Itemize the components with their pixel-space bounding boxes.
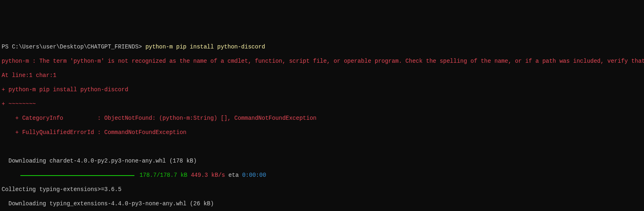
download-typing: Downloading typing_extensions-4.4.0-py3-… (2, 200, 642, 208)
download-chardet: Downloading chardet-4.0.0-py2.py3-none-a… (2, 158, 642, 165)
ps-prompt: PS C:\Users\user\Desktop\CHATGPT_FRIENDS… (2, 44, 142, 50)
eta-label: eta (225, 172, 242, 179)
entered-command: python-m pip install python-discord (145, 44, 265, 50)
progress-speed: 449.3 kB/s (187, 172, 225, 179)
collect-typing: Collecting typing-extensions>=3.6.5 (2, 186, 642, 193)
progress-chardet: 178.7/178.7 kB 449.3 kB/s eta 0:00:00 (2, 172, 642, 179)
error-fq-id: + FullyQualifiedErrorId : CommandNotFoun… (2, 129, 642, 136)
terminal-output[interactable]: PS C:\Users\user\Desktop\CHATGPT_FRIENDS… (0, 36, 644, 211)
prompt-line: PS C:\Users\user\Desktop\CHATGPT_FRIENDS… (2, 44, 642, 51)
blank-line (2, 143, 642, 151)
progress-bar (20, 175, 134, 176)
error-at-line: At line:1 char:1 (2, 72, 642, 79)
error-category-info: + CategoryInfo : ObjectNotFound: (python… (2, 115, 642, 122)
error-message: python-m : The term 'python-m' is not re… (2, 58, 642, 65)
error-echo: + python-m pip install python-discord (2, 86, 642, 94)
progress-size: 178.7/178.7 kB (136, 172, 187, 179)
eta-value: 0:00:00 (242, 172, 266, 179)
error-underline: + ~~~~~~~~ (2, 101, 642, 108)
